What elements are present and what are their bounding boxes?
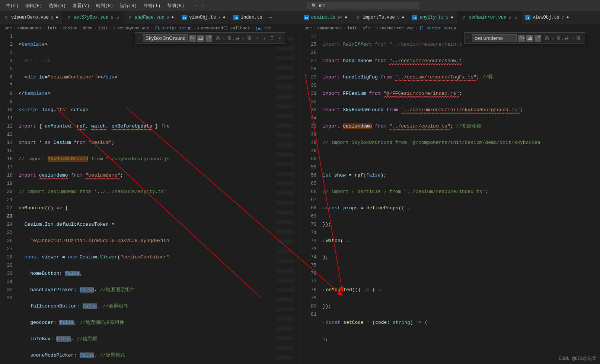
nav-back-icon[interactable]: ← <box>195 3 198 9</box>
modified-icon: ● <box>171 15 174 20</box>
tab[interactable]: VimportTs.vue 5 ● <box>351 11 408 24</box>
tabbar-left: VviewerDemo.vue 1 ● VsetSkyBox.vue 6 ✕ V… <box>0 11 300 24</box>
ts-icon: TS <box>182 15 187 20</box>
modified-icon: ● <box>55 15 58 20</box>
fold-icon[interactable]: › <box>323 237 325 245</box>
vue-icon: V <box>355 15 360 20</box>
breadcrumb-right[interactable]: src› components› init› sfc› Vcodemirror.… <box>300 24 600 32</box>
tab[interactable]: TScesium.ts 9+ ● <box>300 11 351 24</box>
vue-icon: V <box>127 15 133 20</box>
menu-view[interactable]: 查看(V) <box>70 1 93 10</box>
find-close-icon[interactable]: ✕ <box>277 36 283 41</box>
editor-pane-right: › Aa ab .* 第 1 项，共 3 项 24252627282930313… <box>300 32 600 364</box>
menu-bar: 件(F) 编辑(E) 选择(S) 查看(V) 转到(G) 运行(R) 终端(T)… <box>0 0 600 11</box>
expand-replace-icon[interactable]: › <box>467 36 469 41</box>
ts-icon: TS <box>233 15 239 20</box>
menu-help[interactable]: 帮助(H) <box>164 1 187 10</box>
command-input[interactable] <box>319 3 415 8</box>
breadcrumb-left[interactable]: src› components› init› cesium› demo› ini… <box>0 24 300 32</box>
find-next-icon[interactable]: ↓ <box>262 36 267 41</box>
expand-replace-icon[interactable]: › <box>137 36 140 41</box>
find-count: 第 1 项，共 3 项 <box>545 35 580 41</box>
tab-label: cesium.ts <box>311 15 335 20</box>
match-word-icon[interactable]: ab <box>526 35 533 42</box>
tabbar-right: TScesium.ts 9+ ● VimportTs.vue 5 ● TSeny… <box>300 11 600 24</box>
tab-label: importTs.vue <box>363 15 395 20</box>
regex-icon[interactable]: .* <box>534 35 541 42</box>
find-count: 第 1 项，共 2 项 <box>216 35 251 41</box>
close-icon[interactable]: ✕ <box>515 15 517 20</box>
find-input[interactable] <box>472 34 517 42</box>
line-gutter: 1234567891011121314151617181920212223242… <box>0 32 19 364</box>
watermark: CSDN @GIS瞧葩菜 <box>559 355 596 362</box>
menu-go[interactable]: 转到(G) <box>93 1 116 10</box>
modified-icon: ● <box>451 15 453 20</box>
ts-icon: TS <box>525 15 530 20</box>
vue-icon: V <box>461 15 466 20</box>
tab[interactable]: VviewerDemo.vue 1 ● <box>0 11 63 24</box>
find-prev-icon[interactable]: ↑ <box>255 36 261 41</box>
search-icon: 🔍 <box>312 3 317 8</box>
match-case-icon[interactable]: Aa <box>189 35 196 42</box>
menu-selection[interactable]: 选择(S) <box>46 1 69 10</box>
tab-label: enyity.ts <box>419 15 444 20</box>
line-gutter: 2425262728293031323334394048495055566566… <box>300 32 323 364</box>
menu-run[interactable]: 运行(R) <box>117 1 140 10</box>
close-icon[interactable]: ✕ <box>117 15 119 20</box>
find-widget: › Aa ab .* 第 1 项，共 3 项 <box>464 32 585 44</box>
find-widget: › Aa ab .* 第 1 项，共 2 项 ↑ ↓ ☰ ✕ <box>135 32 285 44</box>
regex-icon[interactable]: .* <box>205 35 212 42</box>
fold-icon[interactable]: › <box>323 286 325 294</box>
scrollbar[interactable] <box>596 32 600 364</box>
ts-icon: TS <box>412 15 417 20</box>
more-tabs-icon[interactable]: ⋯ <box>267 11 275 24</box>
menu-edit[interactable]: 编辑(E) <box>22 1 45 10</box>
menu-terminal[interactable]: 终端(T) <box>141 1 164 10</box>
code-area-left[interactable]: <template> <!-- --> <div id="cesiumConta… <box>19 32 275 364</box>
tab[interactable]: TSenyity.ts 2 ● <box>408 11 457 24</box>
command-center[interactable]: 🔍 <box>307 2 419 9</box>
modified-icon: ● <box>402 15 404 20</box>
code-area-right[interactable]: import RainEffect from "../cesium/resour… <box>323 32 596 364</box>
tab-label: codemirror.vue <box>469 15 506 20</box>
vue-icon: V <box>66 15 71 20</box>
editor-pane-left: › Aa ab .* 第 1 项，共 2 项 ↑ ↓ ☰ ✕ 123456789… <box>0 32 300 364</box>
tab-label: setSkyBox.vue <box>74 15 109 20</box>
modified-icon: ● <box>345 15 347 20</box>
menu-file[interactable]: 件(F) <box>3 1 22 10</box>
tab[interactable]: VaddFace.vue 6 ● <box>124 11 178 24</box>
fold-icon[interactable]: › <box>323 204 325 213</box>
tab[interactable]: TSviewObj.ts 7 ● <box>521 11 573 24</box>
find-input[interactable] <box>143 34 188 42</box>
tab[interactable]: Vcodemirror.vue 6 ✕ <box>457 11 521 24</box>
tab[interactable]: TSviewObj.ts 7 ● <box>178 11 230 24</box>
tab[interactable]: VsetSkyBox.vue 6 ✕ <box>63 11 124 24</box>
match-case-icon[interactable]: Aa <box>518 35 525 42</box>
minimap[interactable] <box>275 32 296 364</box>
tab-label: addFace.vue <box>135 15 164 20</box>
vue-icon: V <box>4 15 9 20</box>
nav-forward-icon[interactable]: → <box>201 3 204 9</box>
find-filter-icon[interactable]: ☰ <box>269 36 275 41</box>
vue-icon: V <box>375 26 378 30</box>
scrollbar[interactable] <box>296 32 300 364</box>
tab-label: viewObj.ts <box>189 15 216 20</box>
tab-label: viewObj.ts <box>533 15 559 20</box>
modified-icon: ● <box>566 15 569 20</box>
vue-icon: V <box>113 26 116 30</box>
tab[interactable]: TSindex.ts <box>230 11 267 24</box>
tab-label: viewerDemo.vue <box>11 15 49 20</box>
tab-label: index.ts <box>241 15 262 20</box>
match-word-icon[interactable]: ab <box>197 35 204 42</box>
ts-icon: TS <box>304 15 309 20</box>
modified-icon: ● <box>223 15 226 20</box>
fold-icon[interactable]: › <box>323 319 325 327</box>
